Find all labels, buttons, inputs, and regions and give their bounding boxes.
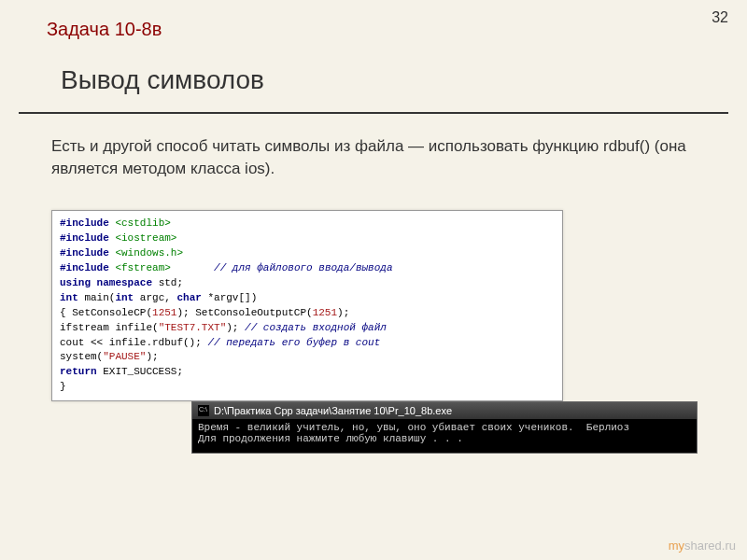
console-line: Время - великий учитель, но, увы, оно уб… <box>198 422 629 433</box>
watermark: myshared.ru <box>669 539 736 553</box>
console-body: Время - великий учитель, но, увы, оно уб… <box>192 419 697 453</box>
code-text: ); <box>226 322 238 333</box>
include-header: <windows.h> <box>115 247 183 259</box>
brace: } <box>60 381 66 392</box>
include-kw: #include <box>60 247 109 259</box>
include-header: <iostream> <box>115 232 176 244</box>
code-text: EXIT_SUCCESS; <box>97 366 183 377</box>
task-label: Задача 10-8в <box>47 19 162 40</box>
code-number: 1251 <box>152 307 176 318</box>
char-kw: char <box>176 292 201 303</box>
int-kw: int <box>115 292 134 303</box>
code-text: ); SetConsoleOutputCP( <box>176 307 312 318</box>
code-text: cout << infile.rdbuf(); <box>60 337 202 348</box>
include-header: <fstream> <box>115 262 170 273</box>
console-titlebar: D:\Практика Cpp задачи\Занятие 10\Pr_10_… <box>192 402 697 419</box>
code-comment: // создать входной файл <box>238 322 386 333</box>
code-text: SetConsoleCP( <box>66 307 152 318</box>
code-text: *argv[]) <box>202 292 257 303</box>
brace: { <box>60 307 66 318</box>
code-text: main( <box>78 292 116 303</box>
include-kw: #include <box>60 262 109 273</box>
page-number: 32 <box>712 9 728 26</box>
include-kw: #include <box>60 217 109 229</box>
divider <box>19 112 728 114</box>
slide-title: Вывод символов <box>61 65 264 95</box>
include-kw: #include <box>60 232 109 244</box>
code-string: "TEST7.TXT" <box>159 322 227 333</box>
using-kw: using namespace <box>60 277 152 288</box>
code-text: std; <box>152 277 183 288</box>
console-window: D:\Практика Cpp задачи\Занятие 10\Pr_10_… <box>191 401 698 454</box>
code-comment: // передать его буфер в cout <box>202 337 380 348</box>
console-line: Для продолжения нажмите любую клавишу . … <box>198 433 463 444</box>
code-text: ifstream infile( <box>60 322 159 333</box>
code-text: ); <box>146 351 158 362</box>
watermark-prefix: my <box>669 539 684 553</box>
code-comment: // для файлового ввода/вывода <box>214 262 392 273</box>
code-text: ); <box>337 307 349 318</box>
console-title: D:\Практика Cpp задачи\Занятие 10\Pr_10_… <box>214 405 452 416</box>
watermark-suffix: shared.ru <box>684 539 736 553</box>
console-icon <box>198 405 209 416</box>
description-text: Есть и другой способ читать символы из ф… <box>51 135 696 180</box>
return-kw: return <box>60 366 97 377</box>
include-header: <cstdlib> <box>115 217 170 229</box>
code-block: #include <cstdlib> #include <iostream> #… <box>51 210 563 401</box>
code-number: 1251 <box>313 307 337 318</box>
code-string: "PAUSE" <box>103 351 146 362</box>
int-kw: int <box>60 292 78 303</box>
code-text: system( <box>60 351 103 362</box>
code-text: argc, <box>134 292 176 303</box>
